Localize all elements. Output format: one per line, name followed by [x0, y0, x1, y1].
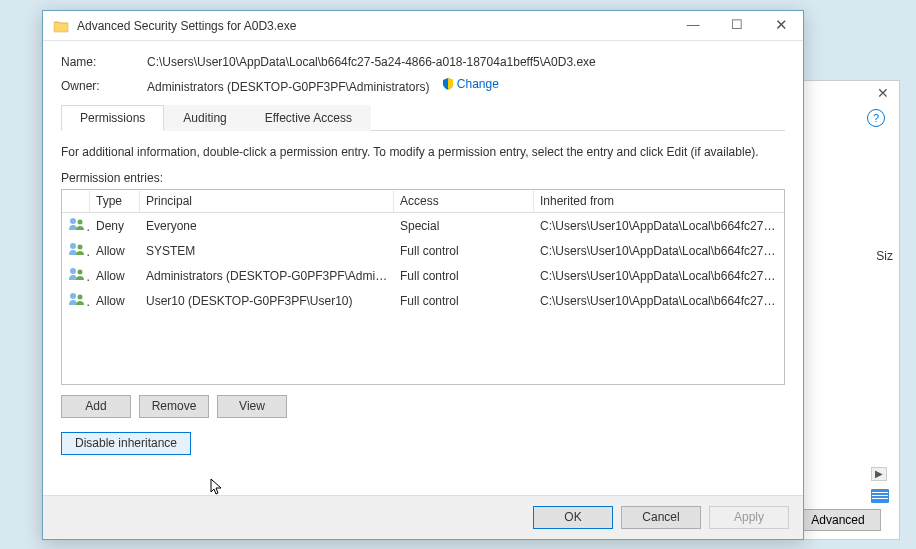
table-row[interactable]: AllowSYSTEMFull controlC:\Users\User10\A…	[62, 238, 784, 263]
cell-principal: SYSTEM	[140, 242, 394, 260]
tab-effective-access[interactable]: Effective Access	[246, 105, 371, 131]
add-button[interactable]: Add	[61, 395, 131, 418]
owner-row: Owner: Administrators (DESKTOP-G0PF3PF\A…	[61, 77, 785, 94]
action-button-row: Add Remove View	[61, 395, 785, 418]
tab-auditing[interactable]: Auditing	[164, 105, 245, 131]
maximize-button[interactable]: ☐	[715, 12, 759, 40]
table-row[interactable]: DenyEveryoneSpecialC:\Users\User10\AppDa…	[62, 213, 784, 238]
cancel-button[interactable]: Cancel	[621, 506, 701, 529]
advanced-security-dialog: Advanced Security Settings for A0D3.exe …	[42, 10, 804, 540]
bg-help-icon[interactable]: ?	[867, 109, 885, 127]
cell-principal: Administrators (DESKTOP-G0PF3PF\Admini..…	[140, 267, 394, 285]
cell-inherited: C:\Users\User10\AppData\Local\b664fc27-5…	[534, 292, 784, 310]
name-value: C:\Users\User10\AppData\Local\b664fc27-5…	[147, 55, 785, 69]
dialog-footer: OK Cancel Apply	[43, 495, 803, 539]
ok-button[interactable]: OK	[533, 506, 613, 529]
titlebar: Advanced Security Settings for A0D3.exe …	[43, 11, 803, 41]
entries-label: Permission entries:	[61, 171, 785, 185]
col-inherited[interactable]: Inherited from	[534, 190, 784, 212]
owner-label: Owner:	[61, 79, 147, 93]
bg-table-icon	[871, 489, 889, 503]
svg-point-5	[78, 220, 83, 225]
col-principal[interactable]: Principal	[140, 190, 394, 212]
svg-point-11	[78, 295, 83, 300]
cell-type: Allow	[90, 242, 140, 260]
name-label: Name:	[61, 55, 147, 69]
info-text: For additional information, double-click…	[61, 145, 785, 159]
users-icon	[68, 217, 86, 231]
close-button[interactable]: ✕	[759, 12, 803, 40]
folder-icon	[53, 19, 69, 33]
svg-rect-1	[872, 492, 888, 493]
svg-rect-2	[872, 495, 888, 496]
shield-icon	[441, 77, 455, 91]
change-link-text: Change	[457, 77, 499, 91]
cell-inherited: C:\Users\User10\AppData\Local\b664fc27-5…	[534, 242, 784, 260]
window-title: Advanced Security Settings for A0D3.exe	[77, 19, 671, 33]
change-owner-link[interactable]: Change	[441, 77, 499, 91]
users-icon	[68, 267, 86, 281]
svg-point-6	[70, 243, 76, 249]
bg-scroll-right-icon[interactable]: ▶	[871, 467, 887, 481]
cell-type: Deny	[90, 217, 140, 235]
col-icon[interactable]	[62, 190, 90, 212]
svg-rect-3	[872, 498, 888, 499]
svg-point-8	[70, 268, 76, 274]
cell-access: Full control	[394, 292, 534, 310]
permission-table: Type Principal Access Inherited from Den…	[61, 189, 785, 385]
cell-access: Full control	[394, 267, 534, 285]
cell-type: Allow	[90, 292, 140, 310]
svg-point-10	[70, 293, 76, 299]
minimize-button[interactable]: —	[671, 12, 715, 40]
col-type[interactable]: Type	[90, 190, 140, 212]
cell-principal: User10 (DESKTOP-G0PF3PF\User10)	[140, 292, 394, 310]
cell-access: Special	[394, 217, 534, 235]
name-row: Name: C:\Users\User10\AppData\Local\b664…	[61, 55, 785, 69]
table-row[interactable]: AllowAdministrators (DESKTOP-G0PF3PF\Adm…	[62, 263, 784, 288]
col-access[interactable]: Access	[394, 190, 534, 212]
cell-inherited: C:\Users\User10\AppData\Local\b664fc27-5…	[534, 217, 784, 235]
owner-text: Administrators (DESKTOP-G0PF3PF\Administ…	[147, 80, 430, 94]
bg-close-icon[interactable]: ✕	[877, 85, 889, 101]
users-icon	[68, 242, 86, 256]
table-header: Type Principal Access Inherited from	[62, 190, 784, 213]
tabs: Permissions Auditing Effective Access	[61, 104, 785, 131]
cell-type: Allow	[90, 267, 140, 285]
cell-inherited: C:\Users\User10\AppData\Local\b664fc27-5…	[534, 267, 784, 285]
owner-value: Administrators (DESKTOP-G0PF3PF\Administ…	[147, 77, 785, 94]
table-row[interactable]: AllowUser10 (DESKTOP-G0PF3PF\User10)Full…	[62, 288, 784, 313]
tab-permissions[interactable]: Permissions	[61, 105, 164, 131]
cell-access: Full control	[394, 242, 534, 260]
users-icon	[68, 292, 86, 306]
view-button[interactable]: View	[217, 395, 287, 418]
disable-inheritance-button[interactable]: Disable inheritance	[61, 432, 191, 455]
remove-button[interactable]: Remove	[139, 395, 209, 418]
svg-point-4	[70, 218, 76, 224]
bg-advanced-button[interactable]: Advanced	[795, 509, 881, 531]
apply-button[interactable]: Apply	[709, 506, 789, 529]
svg-point-9	[78, 270, 83, 275]
svg-point-7	[78, 245, 83, 250]
bg-size-column-fragment: Siz	[876, 249, 893, 263]
cell-principal: Everyone	[140, 217, 394, 235]
